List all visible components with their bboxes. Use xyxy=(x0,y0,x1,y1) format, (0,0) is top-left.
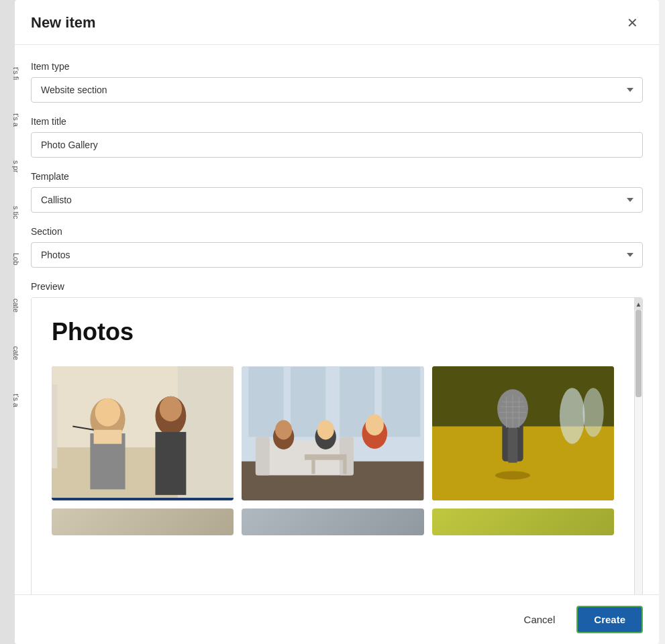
svg-point-35 xyxy=(582,388,603,437)
create-button[interactable]: Create xyxy=(576,606,643,633)
close-icon: ✕ xyxy=(627,15,638,31)
item-type-group: Item type Website section xyxy=(31,61,643,103)
template-select-wrapper: Callisto xyxy=(31,187,643,213)
item-type-select[interactable]: Website section xyxy=(31,77,643,103)
sidebar-item-4: s tic xyxy=(0,206,20,219)
section-label: Section xyxy=(31,226,643,237)
sidebar-item-6: cate xyxy=(0,299,20,313)
preview-scrollbar[interactable]: ▲ ▼ xyxy=(634,298,642,594)
svg-rect-20 xyxy=(256,437,270,475)
preview-heading: Photos xyxy=(52,318,614,346)
sidebar-item-8: t's a xyxy=(0,394,20,407)
svg-rect-23 xyxy=(312,460,315,474)
svg-rect-45 xyxy=(507,428,517,463)
item-title-input[interactable] xyxy=(31,132,643,158)
svg-rect-17 xyxy=(382,367,420,437)
cancel-button[interactable]: Cancel xyxy=(511,607,569,632)
preview-label: Preview xyxy=(31,281,643,292)
new-item-modal: New item ✕ Item type Website section Ite… xyxy=(15,0,659,644)
photo-selected-bar-1 xyxy=(52,498,234,500)
item-title-group: Item title xyxy=(31,116,643,158)
modal-title: New item xyxy=(31,14,96,32)
scrollbar-arrow-up[interactable]: ▲ xyxy=(635,298,642,310)
svg-point-9 xyxy=(160,396,182,422)
svg-rect-10 xyxy=(52,384,57,468)
svg-rect-8 xyxy=(155,432,186,495)
svg-point-6 xyxy=(95,398,121,427)
section-select[interactable]: Photos xyxy=(31,242,643,268)
create-label: Create xyxy=(594,614,625,625)
svg-rect-5 xyxy=(94,430,122,444)
scrollbar-thumb[interactable] xyxy=(635,310,642,397)
template-label: Template xyxy=(31,171,643,182)
svg-point-30 xyxy=(366,415,384,435)
template-select[interactable]: Callisto xyxy=(31,187,643,213)
svg-point-46 xyxy=(495,471,530,480)
svg-rect-24 xyxy=(344,460,347,474)
sidebar-item-3: s pr xyxy=(0,160,20,172)
modal-header: New item ✕ xyxy=(15,0,659,45)
sidebar-item-7: cate xyxy=(0,346,20,360)
svg-point-34 xyxy=(560,388,585,443)
photo-item-3[interactable] xyxy=(432,366,614,500)
photo-grid xyxy=(52,366,614,500)
svg-point-28 xyxy=(317,420,334,439)
photo-item-2[interactable] xyxy=(242,366,423,500)
close-button[interactable]: ✕ xyxy=(621,12,643,34)
section-select-wrapper: Photos xyxy=(31,242,643,268)
sidebar-item-5: Lob xyxy=(0,253,20,265)
preview-area: Photos xyxy=(31,297,643,594)
template-group: Template Callisto xyxy=(31,171,643,213)
preview-group: Preview Photos xyxy=(31,281,643,594)
svg-rect-22 xyxy=(305,454,347,460)
section-group: Section Photos xyxy=(31,226,643,268)
photo-grid-row2 xyxy=(52,508,614,535)
sidebar-item-1: t's fi xyxy=(0,67,20,80)
photo-item-1[interactable] xyxy=(52,366,234,500)
preview-content: Photos xyxy=(32,298,634,594)
modal-body: Item type Website section Item title Tem… xyxy=(15,45,659,594)
cancel-label: Cancel xyxy=(524,614,556,625)
item-type-select-wrapper: Website section xyxy=(31,77,643,103)
modal-footer: Cancel Create xyxy=(15,594,659,644)
item-title-label: Item title xyxy=(31,116,643,127)
scroll-up-icon: ▲ xyxy=(635,301,642,308)
svg-point-26 xyxy=(275,420,292,439)
item-type-label: Item type xyxy=(31,61,643,72)
sidebar-item-2: t's a xyxy=(0,113,20,127)
